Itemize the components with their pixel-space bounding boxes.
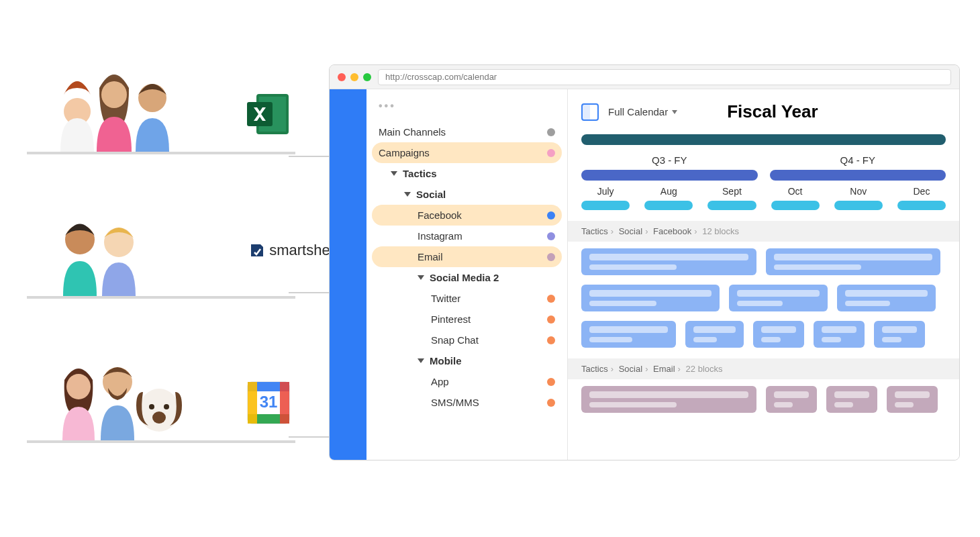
svg-point-14 [164, 404, 169, 409]
tree-label: Campaigns [379, 147, 430, 158]
tree-item-facebook[interactable]: Facebook [372, 205, 562, 226]
minimize-icon[interactable] [350, 73, 358, 81]
svg-text:31: 31 [260, 393, 278, 411]
crumb: Social [619, 226, 642, 236]
content-block[interactable] [874, 321, 925, 348]
content-block[interactable] [581, 285, 720, 311]
month-label: Oct [771, 186, 820, 197]
tree-label: SMS/MMS [431, 397, 479, 408]
crumb: Tactics [581, 226, 608, 236]
svg-point-9 [66, 374, 91, 399]
content-block[interactable] [753, 321, 804, 348]
team-avatars [54, 68, 164, 152]
avatar [128, 75, 178, 152]
tree-item-campaigns[interactable]: Campaigns [372, 142, 562, 163]
calendar-app: ••• Main Channels Campaigns Tactics Soci… [330, 89, 959, 460]
month-bar [834, 201, 883, 210]
tree-item-social-media-2[interactable]: Social Media 2 [372, 267, 562, 288]
crumb-count: 12 blocks [702, 226, 739, 236]
month-label: July [581, 186, 630, 197]
crumb-count: 22 blocks [686, 364, 723, 374]
tree-item-main-channels[interactable]: Main Channels [372, 121, 562, 142]
crumb: Facebook [653, 226, 691, 236]
tree-label: Twitter [431, 293, 460, 304]
left-rail [330, 89, 366, 460]
shelf [27, 296, 295, 299]
content-block[interactable] [814, 321, 865, 348]
tree-item-social[interactable]: Social [372, 184, 562, 205]
chevron-down-icon [418, 275, 424, 280]
calendar-main: Full Calendar Fiscal Year Q3 - FY Q4 - F… [568, 89, 959, 460]
fiscal-year-bar [581, 134, 946, 145]
month-bar [644, 201, 693, 210]
excel-icon [242, 87, 295, 141]
timeline: Q3 - FY Q4 - FY July Aug Sept Oct Nov De… [581, 134, 946, 210]
content-block[interactable] [766, 386, 817, 413]
content-block[interactable] [766, 248, 941, 275]
content-block[interactable] [581, 321, 676, 348]
tree-item-twitter[interactable]: Twitter [372, 288, 562, 309]
more-icon[interactable]: ••• [372, 97, 562, 121]
content-block[interactable] [581, 248, 756, 275]
tree-item-tactics[interactable]: Tactics [372, 163, 562, 184]
month-bar [897, 201, 946, 210]
maximize-icon[interactable] [363, 73, 371, 81]
content-block[interactable] [581, 386, 756, 413]
address-bar[interactable]: http://crosscap.com/calendar [378, 69, 951, 85]
content-block[interactable] [685, 321, 744, 348]
quarter-bar [581, 170, 758, 181]
facebook-blocks [581, 248, 946, 348]
browser-window: http://crosscap.com/calendar ••• Main Ch… [329, 64, 960, 460]
month-label: Aug [644, 186, 693, 197]
color-dot [547, 211, 555, 219]
svg-point-1 [101, 81, 127, 108]
tree-label: Pinterest [431, 313, 471, 325]
color-dot [547, 253, 555, 261]
tree-item-sms[interactable]: SMS/MMS [372, 392, 562, 413]
tree-item-mobile[interactable]: Mobile [372, 350, 562, 371]
tree-label: Facebook [418, 209, 462, 221]
view-selector[interactable]: Full Calendar [608, 106, 677, 117]
tree-label: Tactics [403, 168, 437, 179]
color-dot [547, 232, 555, 240]
color-dot [547, 149, 555, 157]
color-dot [547, 315, 555, 324]
crumb: Email [653, 364, 675, 374]
integrations-column: smartsheet 31 [27, 60, 315, 493]
quarter-label: Q4 - FY [770, 154, 946, 166]
tree-label: Mobile [430, 355, 462, 367]
content-block[interactable] [837, 285, 936, 311]
content-block[interactable] [826, 386, 877, 413]
month-bar [707, 201, 756, 210]
team-avatars [54, 215, 132, 296]
tree-label: Social [416, 189, 446, 200]
content-block[interactable] [729, 285, 828, 311]
tree-item-email[interactable]: Email [372, 246, 562, 267]
browser-chrome: http://crosscap.com/calendar [330, 65, 959, 89]
svg-rect-18 [248, 382, 257, 424]
color-dot [547, 336, 555, 344]
view-label: Full Calendar [608, 106, 668, 117]
chevron-down-icon [391, 171, 397, 176]
crumb: Tactics [581, 364, 608, 374]
shelf [27, 152, 295, 154]
breadcrumb: Tactics› Social› Facebook› 12 blocks [568, 221, 959, 242]
tree-label: Instagram [418, 230, 462, 242]
content-block[interactable] [887, 386, 938, 413]
tree-label: Snap Chat [431, 334, 479, 346]
crumb: Social [619, 364, 642, 374]
avatar-dog [131, 373, 188, 440]
tree-item-instagram[interactable]: Instagram [372, 226, 562, 246]
tree-item-snapchat[interactable]: Snap Chat [372, 330, 562, 350]
channel-tree: ••• Main Channels Campaigns Tactics Soci… [366, 89, 568, 460]
tree-item-app[interactable]: App [372, 371, 562, 392]
tree-label: Social Media 2 [430, 272, 499, 283]
close-icon[interactable] [338, 73, 346, 81]
team-row-gcal: 31 [27, 349, 315, 443]
month-bar [581, 201, 630, 210]
quarter-bar [770, 170, 946, 181]
breadcrumb: Tactics› Social› Email› 22 blocks [568, 358, 959, 379]
tree-item-pinterest[interactable]: Pinterest [372, 309, 562, 330]
team-row-excel [27, 60, 315, 154]
tree-label: Main Channels [379, 126, 446, 138]
